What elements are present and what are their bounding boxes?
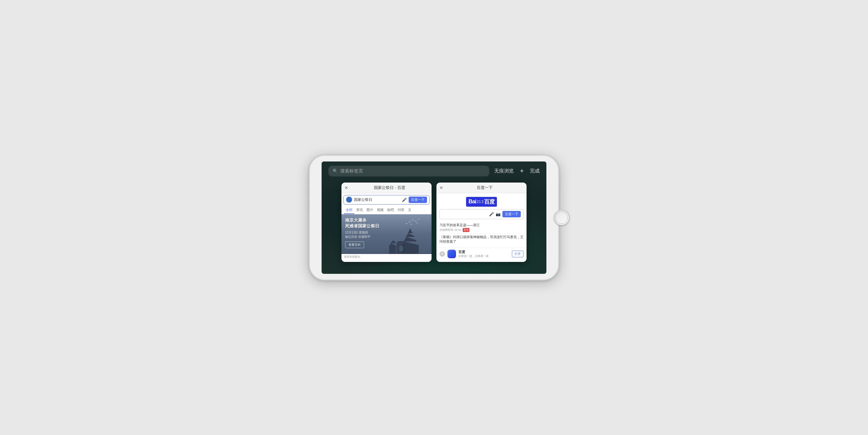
nav-news[interactable]: 资讯	[354, 206, 365, 214]
news-time-1: 09:54	[455, 228, 462, 231]
svg-marker-2	[407, 233, 413, 236]
nav-more[interactable]: 文	[406, 206, 413, 214]
tab2-content: Bai 21 3 百度 🎤 📷 百度一下	[436, 193, 527, 262]
app-banner-close[interactable]: ✕	[439, 251, 445, 257]
tab2-title: 百度一下	[445, 185, 524, 191]
baidu-news-list: 习近平的改革足迹——浙江 央视网新闻 09:54 置顶 《客栈》刘涛口袋掉落神秘…	[436, 219, 527, 247]
news-source-1: 央视网新闻	[439, 228, 453, 232]
homepage-camera-icon: 📷	[496, 212, 501, 216]
tab2-title-bar: ✕ 百度一下	[436, 182, 527, 193]
city-silhouette	[389, 227, 432, 254]
baidu-logo-text: Bai	[468, 198, 476, 205]
baidu-logo-num1: 21	[477, 200, 481, 204]
baidu-homepage-search[interactable]: 🎤 📷 百度一下	[439, 209, 524, 219]
baidu-hero-banner: 南京大屠杀死难者国家公祭日 12月13日 星期四铭记历史 祈愿和平 查看百科	[341, 214, 432, 254]
screen: 🔍 搜索标签页 无痕浏览 + 完成 ✕ 国家公祭日 - 百度 🐾	[321, 162, 547, 274]
baidu-search-button[interactable]: 百度一下	[409, 197, 427, 203]
baidu-app-banner: ✕ 百度 有事搜一搜，没事看一看 打开	[436, 247, 527, 260]
baidu-search-bar: 🐾 国家公祭日 🎤 百度一下	[343, 195, 430, 204]
tab-search-bar[interactable]: 🔍 搜索标签页	[328, 166, 489, 176]
news-item-2[interactable]: 《客栈》刘涛口袋掉落神秘物品，导演连忙打马赛克，王珂却害羞了	[439, 234, 524, 245]
homepage-search-button[interactable]: 百度一下	[502, 211, 521, 218]
baidu-wiki-button[interactable]: 查看百科	[345, 241, 364, 248]
top-actions: 无痕浏览 + 完成	[494, 168, 540, 174]
app-name: 百度	[459, 250, 509, 254]
tab1-close-button[interactable]: ✕	[344, 186, 348, 190]
tab1-content: 🐾 国家公祭日 🎤 百度一下 全部 资讯 图片 视频 贴吧 问答 文	[341, 193, 432, 262]
app-open-button[interactable]: 打开	[512, 250, 524, 257]
tab-search-placeholder: 搜索标签页	[340, 168, 363, 174]
svg-marker-10	[390, 243, 396, 245]
news-item-2-text: 《客栈》刘涛口袋掉落神秘物品，导演连忙打马赛克，王珂却害羞了	[439, 235, 524, 244]
baidu-nav: 全部 资讯 图片 视频 贴吧 问答 文	[341, 206, 432, 214]
app-desc: 有事搜一搜，没事看一看	[459, 254, 509, 258]
app-icon	[447, 250, 456, 258]
svg-marker-4	[405, 237, 416, 240]
svg-rect-3	[406, 236, 414, 237]
news-item-1-meta: 央视网新闻 09:54 置顶	[439, 228, 524, 232]
svg-marker-8	[391, 240, 396, 242]
baidu-footer: 搜索智能聚合	[341, 254, 432, 260]
volume-down-button[interactable]	[308, 200, 309, 212]
search-icon: 🔍	[333, 168, 338, 173]
nav-all[interactable]: 全部	[344, 206, 354, 214]
baidu-logo-num2: 3	[481, 200, 484, 204]
nav-qa[interactable]: 问答	[396, 206, 406, 214]
baidu-logo-area: Bai 21 3 百度	[436, 193, 527, 209]
nav-images[interactable]: 图片	[365, 206, 375, 214]
nav-video[interactable]: 视频	[375, 206, 385, 214]
add-tab-button[interactable]: +	[520, 168, 524, 174]
svg-point-14	[399, 245, 403, 252]
svg-rect-1	[408, 232, 412, 233]
tab1-title-bar: ✕ 国家公祭日 - 百度	[341, 182, 432, 193]
volume-up-button[interactable]	[308, 188, 309, 196]
svg-marker-0	[409, 228, 412, 232]
nav-tieba[interactable]: 贴吧	[385, 206, 396, 214]
private-browsing-button[interactable]: 无痕浏览	[494, 168, 514, 174]
top-bar: 🔍 搜索标签页 无痕浏览 + 完成	[321, 162, 547, 179]
svg-rect-5	[404, 240, 416, 241]
app-banner-info: 百度 有事搜一搜，没事看一看	[459, 250, 509, 258]
mute-button[interactable]	[308, 178, 309, 185]
baidu-voice-icon: 🎤	[402, 198, 407, 202]
news-tag-1: 置顶	[463, 228, 469, 232]
baidu-logo-chinese: 百度	[484, 198, 494, 205]
home-button[interactable]	[554, 210, 569, 226]
svg-rect-11	[389, 245, 396, 254]
news-item-1-text: 习近平的改革足迹——浙江	[439, 223, 524, 227]
news-item-1[interactable]: 习近平的改革足迹——浙江 央视网新闻 09:54 置顶	[439, 222, 524, 234]
svg-rect-15	[389, 254, 432, 254]
svg-rect-9	[391, 242, 396, 243]
baidu-logo: Bai 21 3 百度	[466, 197, 497, 207]
tab-card-2[interactable]: ✕ 百度一下 Bai 21 3 百度	[436, 182, 527, 262]
tab2-close-button[interactable]: ✕	[439, 186, 443, 190]
baidu-search-query: 国家公祭日	[354, 197, 400, 202]
tab-card-1[interactable]: ✕ 国家公祭日 - 百度 🐾 国家公祭日 🎤 百度一下 全部 资讯	[341, 182, 432, 262]
iphone-frame: 🔍 搜索标签页 无痕浏览 + 完成 ✕ 国家公祭日 - 百度 🐾	[309, 155, 559, 280]
done-button[interactable]: 完成	[530, 168, 540, 174]
tabs-area: ✕ 国家公祭日 - 百度 🐾 国家公祭日 🎤 百度一下 全部 资讯	[321, 179, 547, 265]
tab1-title: 国家公祭日 - 百度	[351, 185, 429, 191]
baidu-paw-icon: 🐾	[346, 197, 352, 203]
power-button[interactable]	[559, 191, 560, 207]
homepage-voice-icon: 🎤	[489, 212, 494, 216]
